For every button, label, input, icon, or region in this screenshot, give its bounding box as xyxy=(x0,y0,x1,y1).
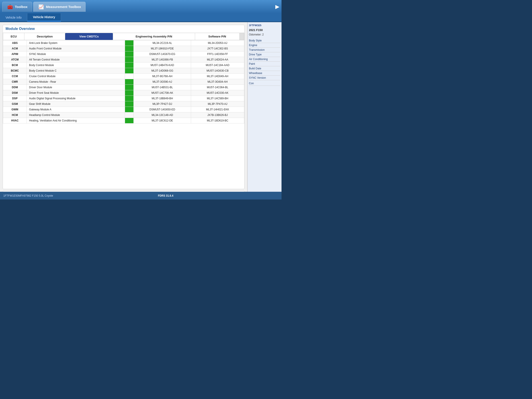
table-row[interactable]: CCMCruise Control ModuleML3T-9G768-AHML3… xyxy=(3,74,244,79)
sw-pn-cell: ML3T-14D024-AA xyxy=(191,57,244,63)
cmdtc-indicator-cell xyxy=(125,79,133,85)
eng-pn-cell: ML3T-9G768-AH xyxy=(134,74,191,79)
ecu-cell: BCM xyxy=(3,63,27,68)
toolbox-icon: 🧰 xyxy=(7,4,13,10)
ecu-table-body: ABSAnti-Lock Brake SystemML34-2C219-ALML… xyxy=(3,40,244,123)
cmdtc-indicator-cell xyxy=(125,63,133,68)
desc-cell: Cruise Control Module xyxy=(27,74,125,79)
desc-cell: Headlamp Control Module xyxy=(27,112,125,118)
module-details-box: Module Details xyxy=(3,191,245,192)
cmdtc-indicator-cell xyxy=(125,68,133,74)
col-ecu: ECU xyxy=(3,33,24,40)
table-row[interactable]: DSMDriver Front Seat ModuleMU5T-14C708-A… xyxy=(3,90,244,96)
top-bar: 🧰 Toolbox 📈 Measurement Toolbox ▶ xyxy=(0,0,282,13)
info-field-transmission[interactable]: Transmission xyxy=(249,48,280,52)
eng-pn-cell: ML34-13C148-AD xyxy=(134,112,191,118)
left-panel: Module Overview ECU Description View CMD… xyxy=(0,22,247,192)
status-version: FDRS 31.6.4 xyxy=(158,194,173,197)
vehicle-info-tab[interactable]: Vehicle Info xyxy=(0,13,27,21)
info-field-body-style[interactable]: Body Style xyxy=(249,38,280,43)
cont-label: Con xyxy=(249,81,280,86)
toolbox-tab[interactable]: 🧰 Toolbox xyxy=(2,2,32,12)
ecu-cell: ABS xyxy=(3,40,27,46)
eng-pn-cell: ML3T-3G590-AJ xyxy=(134,79,191,85)
sw-pn-cell: ML3T-18D619-BC xyxy=(191,118,244,123)
sw-pn-cell: JX7T-14C302-BS xyxy=(191,46,244,51)
table-row[interactable]: BCMBody Control ModuleMU5T-14B476-KADMU5… xyxy=(3,63,244,68)
cmdtc-indicator-cell xyxy=(125,51,133,57)
desc-cell: Driver Door Module xyxy=(27,85,125,90)
ecu-cell: DDM xyxy=(3,85,27,90)
main-content: Module Overview ECU Description View CMD… xyxy=(0,22,282,192)
sw-pn-cell: ML3T-14H021-EKK xyxy=(191,107,244,112)
info-field-build-date[interactable]: Build Date xyxy=(249,66,280,71)
eng-pn-cell: ML3T-18B849-BH xyxy=(134,96,191,101)
eng-pn-cell: MU5T-14B476-KAD xyxy=(134,63,191,68)
sw-pn-cell: MU5T-14G630-CB xyxy=(191,68,244,74)
table-row[interactable]: DSPAudio Digital Signal Processing Modul… xyxy=(3,96,244,101)
ecu-cell: HCM xyxy=(3,112,27,118)
table-row[interactable]: HVACHeating, Ventilation And Air Conditi… xyxy=(3,118,244,123)
table-row[interactable]: HCMHeadlamp Control ModuleML34-13C148-AD… xyxy=(3,112,244,118)
cmdtc-indicator-cell xyxy=(125,118,133,123)
info-field-engine[interactable]: Engine xyxy=(249,43,280,48)
desc-cell: Gear Shift Module xyxy=(27,101,125,107)
status-vin: 1FTFW1E50MFA97982 F150 5.0L Coyote xyxy=(3,194,53,197)
table-row[interactable]: BCMCBody Control Module CML3T-14D068-GGM… xyxy=(3,68,244,74)
eng-pn-cell: DSMU5T-14G670-EG xyxy=(134,51,191,57)
eng-pn-cell: ML3T-18C612-DE xyxy=(134,118,191,123)
cmdtc-indicator-cell xyxy=(125,57,133,63)
info-field-drive-type[interactable]: Drive Type xyxy=(249,52,280,57)
table-row[interactable]: DDMDriver Door ModuleMU5T-14B531-BLMU5T-… xyxy=(3,85,244,90)
eng-pn-cell: ML34-2C219-AL xyxy=(134,40,191,46)
col-eng-pn: Engineering Assembly P/N xyxy=(113,33,195,40)
cursor-area: ▶ xyxy=(275,4,279,10)
vehicle-history-tab[interactable]: Vehicle History xyxy=(27,13,61,21)
info-field-wheelbase[interactable]: Wheelbase xyxy=(249,71,280,76)
cmdtc-indicator-cell xyxy=(125,85,133,90)
vehicle-model: 2021 F150 xyxy=(249,28,280,32)
cmdtc-indicator-cell xyxy=(125,40,133,46)
ecu-cell: APIM xyxy=(3,51,27,57)
table-row[interactable]: CMRCamera Module - RearML3T-3G590-AJML3T… xyxy=(3,79,244,85)
toolbox-tab-label: Toolbox xyxy=(15,5,27,9)
vehicle-odometer: Odometer: 2 xyxy=(249,33,280,36)
table-row[interactable]: ABSAnti-Lock Brake SystemML34-2C219-ALML… xyxy=(3,40,244,46)
desc-cell: Body Control Module C xyxy=(27,68,125,74)
ecu-cell: DSM xyxy=(3,90,27,96)
sw-pn-cell: MU5T-14C030-AK xyxy=(191,90,244,96)
cmdtc-indicator-cell xyxy=(125,46,133,51)
eng-pn-cell: ML3T-18K810-FDE xyxy=(134,46,191,51)
table-row[interactable]: GWMGateway Module ADSMU5T-14G650-EDML3T-… xyxy=(3,107,244,112)
cmdtc-indicator-cell xyxy=(125,101,133,107)
table-row[interactable]: APIMSYNC ModuleDSMU5T-14G670-EGFFF1-14D3… xyxy=(3,51,244,57)
desc-cell: Driver Front Seat Module xyxy=(27,90,125,96)
eng-pn-cell: ML3T-14G066-FB xyxy=(134,57,191,63)
right-panel: 1FTFW1E5 2021 F150 Odometer: 2 Body Styl… xyxy=(247,22,282,192)
desc-cell: Heating, Ventilation And Air Conditionin… xyxy=(27,118,125,123)
eng-pn-cell: MU5T-14B531-BL xyxy=(134,85,191,90)
table-scroll-wrapper[interactable]: ABSAnti-Lock Brake SystemML34-2C219-ALML… xyxy=(3,40,244,123)
vehicle-vin: 1FTFW1E5 xyxy=(249,24,280,27)
sw-pn-cell: JX7B-13B626-BJ xyxy=(191,112,244,118)
measurement-toolbox-tab[interactable]: 📈 Measurement Toolbox xyxy=(33,2,86,12)
ecu-cell: HVAC xyxy=(3,118,27,123)
sw-pn-cell: ML3T-14C589-BH xyxy=(191,96,244,101)
sw-pn-cell: ML34-2D053-AJ xyxy=(191,40,244,46)
cmdtc-indicator-cell xyxy=(125,96,133,101)
table-row[interactable]: ACMAudio Front Control ModuleML3T-18K810… xyxy=(3,46,244,51)
sw-pn-cell: ML3T-3G604-AH xyxy=(191,79,244,85)
table-row[interactable]: GSMGear Shift ModuleML3P-7P427-DJML3P-7P… xyxy=(3,101,244,107)
info-field-paint[interactable]: Paint xyxy=(249,62,280,66)
info-field-air-conditioning[interactable]: Air Conditioning xyxy=(249,57,280,62)
ecu-cell: CMR xyxy=(3,79,27,85)
status-bar: 1FTFW1E50MFA97982 F150 5.0L Coyote FDRS … xyxy=(0,192,282,200)
eng-pn-cell: DSMU5T-14G650-ED xyxy=(134,107,191,112)
table-row[interactable]: ATCMAll Terrain Control ModuleML3T-14G06… xyxy=(3,57,244,63)
ecu-cell: ACM xyxy=(3,46,27,51)
col-sw-pn: Software P/N xyxy=(195,33,239,40)
info-field-sync-version[interactable]: SYNC Version xyxy=(249,76,280,80)
desc-cell: Anti-Lock Brake System xyxy=(27,40,125,46)
ecu-cell: BCMC xyxy=(3,68,27,74)
view-cmdtcs-btn[interactable]: View CMDTCs xyxy=(65,33,113,40)
